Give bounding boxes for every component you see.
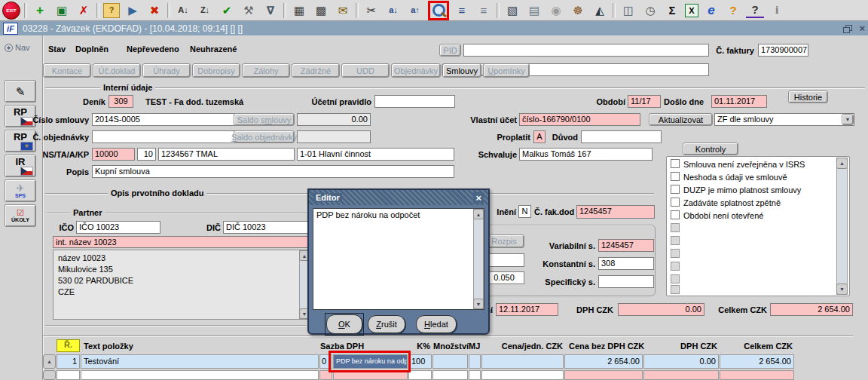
scroll-down-icon[interactable]: ▼: [836, 283, 848, 295]
delete-record-icon[interactable]: ✗: [75, 2, 93, 19]
close-window-icon[interactable]: ×: [859, 23, 865, 33]
dph-cell[interactable]: [643, 370, 719, 380]
proplatit-field[interactable]: A: [533, 130, 546, 143]
dic-field[interactable]: DIČ 10023: [223, 221, 309, 234]
specificky-field[interactable]: [598, 275, 654, 288]
filter-icon[interactable]: ∇: [261, 2, 280, 19]
c-faktury-field[interactable]: 1730900007: [758, 44, 808, 57]
clock-icon[interactable]: ◷: [641, 2, 659, 19]
kontroly-scrollbar[interactable]: [836, 158, 848, 295]
copy-text-icon[interactable]: a↑: [406, 2, 424, 19]
nav-radio[interactable]: Nav: [5, 43, 30, 52]
plneni-field[interactable]: N: [518, 205, 531, 218]
cena-jedn-cell[interactable]: [481, 354, 564, 369]
dph-cell[interactable]: 0.00: [643, 354, 719, 369]
duplicate-record-icon[interactable]: ▣: [53, 2, 71, 19]
vlastni-ucet-field[interactable]: číslo-166790/0100: [519, 113, 640, 126]
mail-send-icon[interactable]: ✉: [334, 2, 352, 19]
kontroly-checkbox-2[interactable]: [671, 185, 680, 194]
ico-field[interactable]: IČO 10023: [76, 221, 160, 234]
pid-field[interactable]: [463, 44, 709, 57]
rozpis-button[interactable]: Rozpis: [484, 234, 524, 248]
cut-icon[interactable]: ✂: [362, 2, 381, 19]
rozpis-field[interactable]: [484, 253, 524, 267]
akce-field[interactable]: 1234567 TMAL: [158, 148, 295, 161]
tab-dobropisy[interactable]: Dobropisy: [192, 63, 240, 78]
combobox-arrow-icon[interactable]: ▼: [842, 114, 854, 125]
kontroly-checkbox-3[interactable]: [671, 198, 680, 207]
popis-field[interactable]: Kupní smlouva: [92, 165, 454, 178]
kontroly-checkbox-1[interactable]: [671, 172, 680, 181]
cena-jedn-cell[interactable]: [481, 370, 564, 380]
print-icon[interactable]: ▦: [290, 2, 308, 19]
sidebar-item-edit-notes[interactable]: ✎: [5, 80, 36, 103]
ok-button[interactable]: OK: [326, 314, 362, 334]
help-topics-icon[interactable]: ?: [724, 2, 742, 19]
pid-button[interactable]: PID: [439, 44, 461, 57]
tab-uc-doklad[interactable]: Úč.doklad: [93, 63, 141, 78]
wrench-icon[interactable]: ⚒: [240, 2, 258, 19]
due-date-field[interactable]: 12.11.2017: [496, 303, 558, 316]
obdobi-field[interactable]: 11/17: [628, 95, 661, 108]
row-number-cell[interactable]: [57, 370, 80, 380]
prism-icon[interactable]: ◭: [591, 2, 609, 19]
duvod-field[interactable]: [581, 130, 662, 143]
clipboard-date-icon[interactable]: ▧: [503, 2, 521, 19]
tab-zadrzne[interactable]: Zádržné: [292, 63, 340, 78]
saldo-objednavky-button[interactable]: Saldo objednávky: [234, 130, 295, 143]
sort-desc-icon[interactable]: Z↓: [196, 2, 214, 19]
tab-smlouvy[interactable]: Smlouvy: [442, 63, 481, 78]
document-check-icon[interactable]: ▤: [525, 2, 543, 19]
tree-view-icon[interactable]: ≡: [475, 2, 493, 19]
tab-zalohy[interactable]: Zálohy: [242, 63, 290, 78]
editor-close-icon[interactable]: ×: [473, 192, 484, 204]
sidebar-item-ukoly[interactable]: ☑ ÚKOLY: [5, 204, 36, 227]
kontroly-button[interactable]: Kontroly: [683, 142, 738, 155]
globe-icon[interactable]: ◉: [547, 2, 565, 19]
konstantni-field[interactable]: 308: [598, 257, 654, 270]
ns-field[interactable]: 10000: [92, 148, 135, 161]
cena-bez-dph-cell[interactable]: [564, 370, 643, 380]
editor-scrollbar[interactable]: [473, 209, 484, 309]
record-help-icon[interactable]: ?: [103, 3, 120, 18]
mj-cell[interactable]: [469, 370, 481, 380]
sidebar-item-sps[interactable]: ✈ SPS: [5, 179, 36, 202]
text-polozky-cell[interactable]: [81, 370, 319, 380]
sum-icon[interactable]: Σ: [663, 2, 681, 19]
k-percent-cell[interactable]: [408, 370, 432, 380]
excel-export-icon[interactable]: X: [685, 4, 698, 17]
ta-field[interactable]: 10: [137, 148, 156, 161]
int-nazev-field[interactable]: int. název 10023: [53, 236, 310, 248]
row-number-cell[interactable]: 1: [57, 354, 80, 369]
k-percent-cell[interactable]: 100: [408, 354, 432, 369]
aktualizovat-button[interactable]: Aktualizovat: [649, 113, 713, 126]
denik-field[interactable]: 309: [108, 95, 133, 108]
insert-record-icon[interactable]: +: [31, 2, 49, 19]
ucetni-pravidlo-field[interactable]: [374, 95, 455, 108]
row-selector-icon[interactable]: ▲: [43, 354, 56, 369]
mj-cell[interactable]: [469, 354, 481, 369]
celkem-cell[interactable]: 2 654.00: [720, 354, 794, 369]
restore-window-icon[interactable]: [843, 25, 851, 32]
scroll-down-icon[interactable]: ▼: [473, 299, 484, 309]
saldo-smlouvy-button[interactable]: Saldo smlouvy: [234, 113, 295, 126]
print-copies-icon[interactable]: ▩: [312, 2, 330, 19]
scroll-up-icon[interactable]: ▲: [473, 209, 484, 219]
text-polozky-cell[interactable]: Testování: [81, 354, 319, 369]
mnozstvi-cell[interactable]: [432, 370, 468, 380]
tab-uhrady[interactable]: Úhrady: [142, 63, 191, 78]
zrusit-button[interactable]: Zrušit: [368, 315, 405, 333]
editor-dialog-titlebar[interactable]: Editor ×: [309, 190, 488, 205]
scroll-up-icon[interactable]: ▲: [836, 158, 848, 169]
statistics-icon[interactable]: ◫: [619, 2, 637, 19]
tab-udd[interactable]: UDD: [341, 63, 390, 78]
mnozstvi-cell[interactable]: [432, 354, 468, 369]
cena-bez-dph-cell[interactable]: 2 654.00: [564, 354, 643, 369]
record-run-icon[interactable]: ▶: [124, 2, 142, 19]
kp-field[interactable]: 1-01 Hlavní činnost: [297, 148, 454, 161]
list-values-icon[interactable]: ≡: [453, 2, 471, 19]
kontroly-checkbox-4[interactable]: [671, 210, 680, 219]
hledat-button[interactable]: Hledat: [416, 315, 457, 333]
info-icon[interactable]: i: [768, 2, 786, 19]
c-fakdod-field[interactable]: 1245457: [576, 205, 655, 219]
